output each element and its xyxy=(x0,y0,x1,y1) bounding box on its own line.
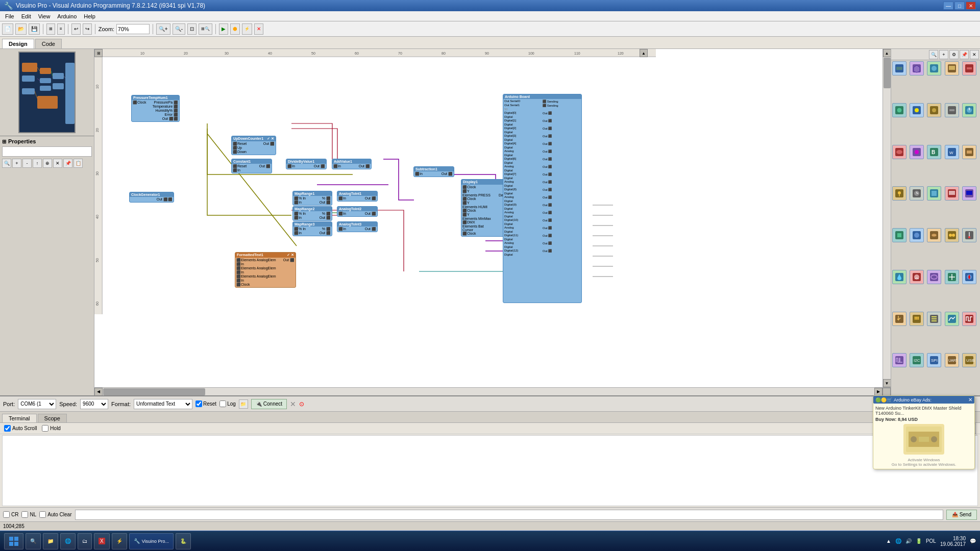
prop-up-btn[interactable]: ↑ xyxy=(33,159,42,168)
menu-file[interactable]: File xyxy=(2,12,17,20)
canvas-nav-topleft[interactable]: ⊞ xyxy=(94,49,103,57)
connect-button[interactable]: 🔌 Connect xyxy=(251,399,287,409)
serial-detach-btn[interactable]: ⊙ xyxy=(299,400,304,408)
component-icon-buzzer[interactable] xyxy=(892,145,906,159)
component-icon-ethernet[interactable] xyxy=(962,145,976,159)
component-icon-spi[interactable]: SPI xyxy=(927,353,941,367)
component-icon-button[interactable] xyxy=(927,103,941,117)
node-analog-int-3[interactable]: AnalogToInt3 ⬛InOut ⬛ xyxy=(337,221,378,232)
component-icon-compass[interactable] xyxy=(962,270,976,284)
prop-search-btn[interactable]: 🔍 xyxy=(2,159,11,168)
taskbar-chrome[interactable]: 🌐 xyxy=(60,533,76,549)
component-icon-usb[interactable]: USB xyxy=(962,353,976,367)
component-icon-i2c[interactable]: I2C xyxy=(910,353,924,367)
component-icon-digital-pin[interactable] xyxy=(962,312,976,326)
taskbar-filemanager[interactable]: 🗂 xyxy=(78,533,92,549)
node-constant[interactable]: Constant1 ⬛ResetOut ⬛ ⬛In xyxy=(231,159,272,173)
serial-close-btn[interactable]: ✕ xyxy=(290,400,296,408)
component-icon-analog-pin[interactable] xyxy=(945,312,959,326)
properties-search[interactable] xyxy=(2,146,92,157)
component-icon-segment[interactable] xyxy=(927,312,941,326)
zoom-input[interactable] xyxy=(116,24,150,34)
component-icon-servo[interactable] xyxy=(962,61,976,76)
taskbar-python[interactable]: 🐍 xyxy=(176,533,191,549)
node-updown-counter[interactable]: UpDownCounter1 ✓ ✕ ⬛ResetOut ⬛ ⬛Up ⬛Down xyxy=(231,136,276,155)
minimize-button[interactable]: — xyxy=(943,2,953,10)
ad-close-btn[interactable]: ✕ xyxy=(968,397,972,403)
tab-scope[interactable]: Scope xyxy=(38,414,67,422)
component-icon-gps[interactable] xyxy=(892,186,906,201)
component-icon-led[interactable] xyxy=(910,103,924,117)
nl-checkbox[interactable] xyxy=(21,511,28,518)
new-button[interactable]: 📄 xyxy=(2,23,13,35)
prop-pin-btn[interactable]: 📌 xyxy=(63,159,72,168)
menu-arduino[interactable]: Arduino xyxy=(54,12,80,20)
menu-view[interactable]: View xyxy=(35,12,54,20)
port-select[interactable]: COM6 (1 xyxy=(18,399,56,409)
node-divide-by[interactable]: DivideByValue1 ⬛InOut ⬛ xyxy=(286,159,327,169)
zoom-selection-button[interactable]: ⊞🔍 xyxy=(199,23,212,35)
component-icon-motor[interactable] xyxy=(892,103,906,117)
menu-edit[interactable]: Edit xyxy=(18,12,34,20)
save-button[interactable]: 💾 xyxy=(29,23,40,35)
node-subtraction[interactable]: Subtraction1 ⬛InOut ⬛ xyxy=(413,166,454,177)
component-icon-ir[interactable] xyxy=(910,145,924,159)
view-grid-button[interactable]: ⊞ xyxy=(46,23,55,35)
node-clock-gen[interactable]: ClockGenerator1 Out ⬛⬛ xyxy=(129,192,174,203)
format-select[interactable]: Unformatted Text xyxy=(134,399,192,409)
maximize-button[interactable]: □ xyxy=(954,2,965,10)
node-pressure-temp[interactable]: PressureTempHum1 ⬛ClockPressurePa ⬛ Temp… xyxy=(131,95,180,122)
component-icon-oled[interactable] xyxy=(962,186,976,201)
taskbar-visualstudio[interactable]: 🔧 Visuino Pro... xyxy=(129,533,174,549)
autoclear-checkbox[interactable] xyxy=(39,511,46,518)
component-icon-bluetooth[interactable]: B xyxy=(927,145,941,159)
component-icon-sensor[interactable] xyxy=(927,61,941,76)
component-icon-ultrasonic[interactable] xyxy=(945,228,959,242)
component-icon-nfc[interactable] xyxy=(927,228,941,242)
taskbar-xilinx[interactable]: X xyxy=(94,533,110,549)
cr-checkbox[interactable] xyxy=(3,511,10,518)
redo-button[interactable]: ↪ xyxy=(83,23,92,35)
component-icon-display[interactable] xyxy=(945,61,959,76)
open-button[interactable]: 📂 xyxy=(15,23,27,35)
undo-button[interactable]: ↩ xyxy=(71,23,81,35)
node-add-value[interactable]: AddValue1 ⬛InOut ⬛ xyxy=(332,159,372,169)
menu-help[interactable]: Help xyxy=(81,12,99,20)
component-icon-uart[interactable]: UART xyxy=(945,353,959,367)
close-button[interactable]: ✕ xyxy=(966,2,976,10)
prop-close-btn[interactable]: ✕ xyxy=(53,159,62,168)
component-icon-pressure[interactable] xyxy=(910,270,924,284)
canvas-nav-topright[interactable]: ▲ xyxy=(640,49,648,57)
stop-button[interactable]: ⬢ xyxy=(230,23,240,35)
component-icon-rtc[interactable] xyxy=(910,186,924,201)
node-map-range-3[interactable]: MapRange3 ⬛% In% ⬛ ⬛InOut ⬛ xyxy=(292,221,332,236)
component-icon-temperature[interactable] xyxy=(962,228,976,242)
component-icon-accel[interactable] xyxy=(945,270,959,284)
tab-code[interactable]: Code xyxy=(35,39,62,48)
component-icon-humidity[interactable] xyxy=(892,270,906,284)
prop-del-btn[interactable]: - xyxy=(22,159,32,168)
send-input[interactable] xyxy=(75,510,943,520)
component-icon-touch[interactable] xyxy=(892,312,906,326)
component-icon-lcd[interactable] xyxy=(945,186,959,201)
run-button[interactable]: ▶ xyxy=(219,23,228,35)
component-icon-matrix[interactable] xyxy=(910,312,924,326)
node-analog-int-2[interactable]: AnalogToInt2 ⬛InOut ⬛ xyxy=(337,206,378,217)
component-icon-pwm[interactable] xyxy=(892,353,906,367)
right-panel-add[interactable]: + xyxy=(939,50,948,59)
component-icon-switch[interactable] xyxy=(945,103,959,117)
right-panel-pin[interactable]: 📌 xyxy=(960,50,969,59)
log-checkbox[interactable] xyxy=(219,400,226,407)
compile-button[interactable]: ⚡ xyxy=(242,23,252,35)
prop-add-btn[interactable]: + xyxy=(12,159,21,168)
component-icon-shield[interactable] xyxy=(910,61,924,76)
vscroll-down-btn[interactable]: ▼ xyxy=(883,379,891,387)
hold-checkbox[interactable] xyxy=(42,425,48,432)
hscroll-right-btn[interactable]: ▶ xyxy=(874,388,883,396)
hscroll-thumb[interactable] xyxy=(103,388,205,395)
canvas-main[interactable]: 0 10 20 30 40 50 60 70 80 90 100 xyxy=(94,49,883,387)
component-icon-board[interactable] xyxy=(892,61,906,76)
right-panel-close[interactable]: ✕ xyxy=(970,50,979,59)
prop-copy-btn[interactable]: 📋 xyxy=(74,159,83,168)
right-panel-settings[interactable]: ⚙ xyxy=(949,50,959,59)
